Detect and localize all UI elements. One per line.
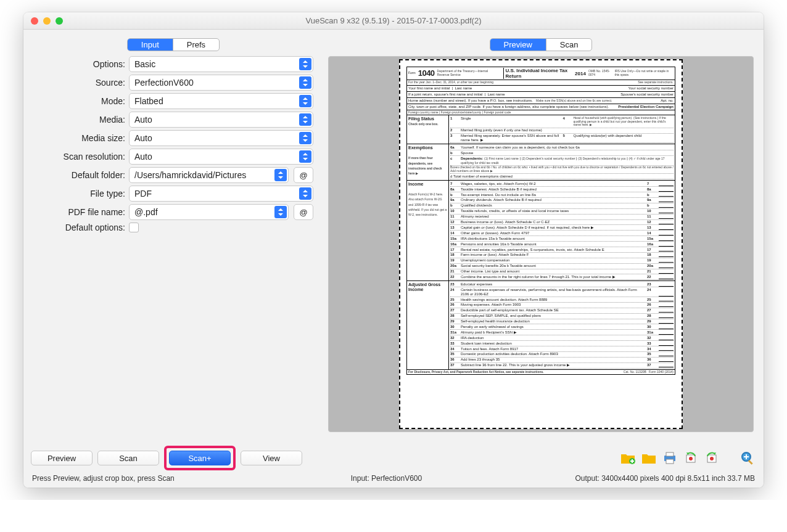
zoom-icon[interactable] (739, 450, 756, 466)
chevron-updown-icon (299, 58, 311, 70)
mediasize-select[interactable]: Auto (129, 130, 313, 146)
scanned-document: Form 1040 Department of the Treasury—Int… (399, 59, 683, 429)
mode-select[interactable]: Flatbed (129, 93, 313, 109)
svg-point-5 (689, 457, 693, 460)
folder-label: Default folder: (33, 170, 129, 180)
mode-label: Mode: (33, 96, 129, 106)
chevron-updown-icon (299, 150, 311, 163)
tab-preview[interactable]: Preview (490, 39, 546, 51)
close-icon[interactable] (31, 17, 38, 25)
mediasize-value: Auto (134, 133, 152, 143)
svg-rect-3 (666, 459, 674, 464)
bottom-toolbar: Preview Scan Scan+ View (23, 442, 764, 473)
titlebar: VueScan 9 x32 (9.5.19) - 2015-07-17-0003… (23, 12, 764, 30)
mode-value: Flatbed (134, 96, 163, 106)
defaults-label: Default options: (33, 223, 129, 232)
pdfname-value: @.pdf (134, 207, 158, 217)
resolution-select[interactable]: Auto (129, 149, 313, 165)
scanplus-highlight: Scan+ (164, 446, 236, 470)
scanplus-button[interactable]: Scan+ (169, 451, 231, 465)
media-select[interactable]: Auto (129, 112, 313, 128)
filetype-select[interactable]: PDF (129, 186, 313, 202)
rotate-left-icon[interactable] (682, 450, 699, 466)
options-label: Options: (33, 59, 129, 69)
chevron-updown-icon (299, 95, 311, 107)
left-tabs: Input Prefs (127, 38, 220, 51)
tab-input[interactable]: Input (128, 39, 173, 51)
doc-dept: Department of the Treasury—Internal Reve… (437, 70, 501, 77)
right-tabs: Preview Scan (490, 38, 593, 51)
pdfname-label: PDF file name: (33, 207, 129, 217)
zoom-icon[interactable] (56, 17, 63, 25)
doc-note: IRS Use Only—Do not write or staple in t… (615, 70, 674, 77)
resolution-label: Scan resolution: (33, 152, 129, 162)
pdfname-at-button[interactable]: @ (294, 204, 313, 220)
folder-value: /Users/hamrickdavid/Pictures (134, 170, 246, 180)
rotate-right-icon[interactable] (703, 450, 720, 466)
folder-at-button[interactable]: @ (294, 167, 313, 183)
source-select[interactable]: PerfectionV600 (129, 75, 313, 91)
settings-panel: Input Prefs Options: Basic Source: Perfe… (28, 35, 318, 437)
doc-form-number: 1040 (418, 69, 435, 78)
folder-add-icon[interactable] (619, 450, 637, 466)
tab-prefs[interactable]: Prefs (173, 39, 219, 51)
options-select[interactable]: Basic (129, 56, 313, 72)
app-window: VueScan 9 x32 (9.5.19) - 2015-07-17-0003… (23, 12, 764, 488)
resolution-value: Auto (134, 152, 152, 162)
status-right: Output: 3400x4400 pixels 400 dpi 8.5x11 … (575, 474, 755, 483)
filetype-label: File type: (33, 189, 129, 198)
minimize-icon[interactable] (43, 17, 51, 25)
status-bar: Press Preview, adjust crop box, press Sc… (23, 473, 764, 488)
chevron-updown-icon (299, 187, 311, 200)
folder-icon[interactable] (640, 450, 657, 466)
svg-rect-9 (748, 460, 753, 465)
folder-select[interactable]: /Users/hamrickdavid/Pictures (129, 167, 289, 183)
svg-rect-2 (666, 452, 674, 456)
chevron-updown-icon (274, 169, 287, 181)
tab-scan[interactable]: Scan (546, 39, 592, 51)
scan-button[interactable]: Scan (97, 451, 159, 465)
preview-area[interactable]: Form 1040 Department of the Treasury—Int… (328, 56, 754, 432)
chevron-updown-icon (299, 132, 311, 144)
status-left: Press Preview, adjust crop box, press Sc… (32, 474, 175, 483)
source-label: Source: (33, 78, 129, 88)
chevron-updown-icon (274, 206, 287, 218)
doc-title: U.S. Individual Income Tax Return (503, 68, 573, 79)
window-controls (31, 17, 63, 25)
printer-icon[interactable] (661, 450, 678, 466)
filetype-value: PDF (134, 189, 152, 198)
chevron-updown-icon (299, 76, 311, 89)
media-value: Auto (134, 115, 152, 125)
pdfname-select[interactable]: @.pdf (129, 204, 289, 220)
window-title: VueScan 9 x32 (9.5.19) - 2015-07-17-0003… (30, 16, 757, 25)
status-mid: Input: PerfectionV600 (351, 474, 422, 483)
mediasize-label: Media size: (33, 133, 129, 143)
chevron-updown-icon (299, 113, 311, 126)
options-value: Basic (134, 59, 155, 69)
media-label: Media: (33, 115, 129, 125)
preview-panel: Preview Scan Form 1040 Department of the… (323, 35, 759, 437)
source-value: PerfectionV600 (134, 78, 194, 88)
svg-point-7 (710, 457, 714, 460)
preview-button[interactable]: Preview (31, 451, 93, 465)
doc-omb: OMB No. 1545-0074 (588, 70, 612, 77)
defaults-checkbox[interactable] (129, 223, 139, 232)
view-button[interactable]: View (241, 451, 302, 465)
